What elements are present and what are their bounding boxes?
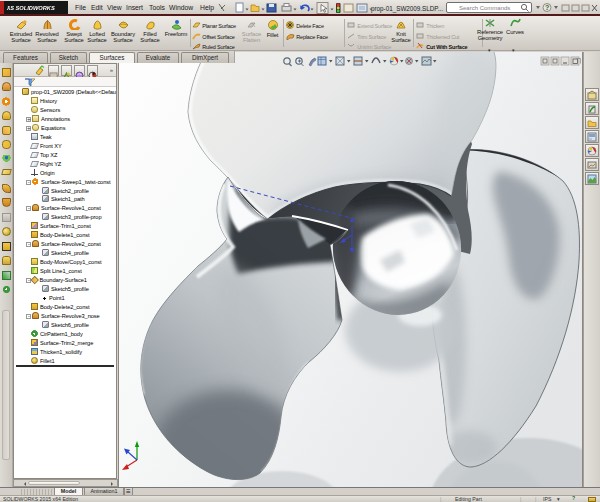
svg-text:?: ? [545,4,549,11]
